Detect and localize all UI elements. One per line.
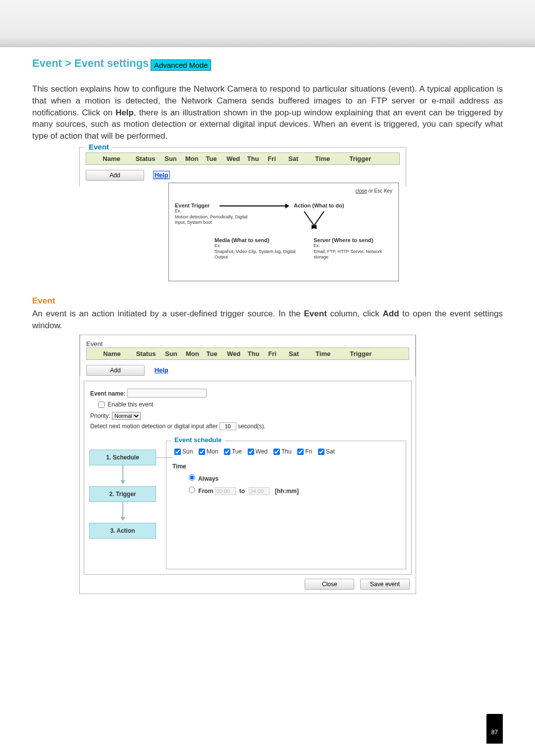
day-fri-checkbox[interactable] (297, 449, 304, 455)
detect-suffix: second(s). (238, 423, 266, 430)
event-schedule-legend: Event schedule (171, 436, 224, 444)
event-section-paragraph: An event is an action initiated by a use… (32, 308, 503, 332)
enable-event-label: Enable this event (107, 401, 153, 407)
day-tue-checkbox[interactable] (224, 449, 230, 455)
diagram-server-title: Server (Where to send) (314, 237, 398, 243)
help-link-1[interactable]: Help (153, 171, 170, 179)
event-name-label: Event name: (90, 390, 125, 397)
day-wed-checkbox[interactable] (248, 449, 254, 455)
help-link-2[interactable]: Help (154, 366, 169, 374)
event-form-area: Event name: Enable this event Priority: … (84, 381, 412, 436)
arrow-down-right-icon (312, 211, 324, 228)
save-event-button[interactable]: Save event (360, 579, 410, 590)
diagram-media-ex: Snapshot, Video Clip, System log, Digita… (214, 249, 299, 260)
priority-select[interactable]: Normal (112, 412, 141, 420)
time-to-input[interactable] (249, 487, 269, 495)
diagram-media-title: Media (What to send) (214, 237, 299, 243)
time-to-label: to (239, 488, 245, 495)
time-hhmm-label: [hh:mm] (275, 488, 299, 495)
event-panel-1: Event Name Status Sun Mon Tue Wed Thu Fr… (79, 147, 406, 187)
diagram-trigger-ex-label: Ex. (175, 208, 249, 213)
time-from-label: From (198, 488, 213, 495)
add-button-1[interactable]: Add (86, 170, 144, 181)
diagram-server-ex: Email, FTP, HTTP Server, Network storage (314, 249, 398, 260)
help-popup: close or Esc Key Event Trigger Ex. Motio… (168, 183, 399, 281)
time-from-input[interactable] (215, 487, 236, 495)
day-mon-checkbox[interactable] (199, 449, 205, 455)
steps-sidebar: 1. Schedule 2. Trigger 3. Action (84, 436, 161, 574)
intro-paragraph: This section explains how to configure t… (32, 83, 503, 142)
diagram-trigger-ex: Motion detection, Periodically, Digital … (175, 214, 249, 225)
arrow-down-icon (122, 502, 123, 518)
intro-help-word: Help (115, 108, 134, 117)
advanced-mode-badge: Advanced Mode (151, 59, 211, 71)
event-name-input[interactable] (127, 389, 207, 398)
step-schedule[interactable]: 1. Schedule (89, 450, 156, 465)
page-heading: Event > Event settings Advanced Mode (32, 57, 503, 71)
day-sun-checkbox[interactable] (174, 449, 181, 455)
detect-interval-input[interactable] (219, 422, 236, 430)
popup-close-link[interactable]: close (356, 188, 367, 194)
close-button[interactable]: Close (305, 579, 354, 590)
breadcrumb: Event > Event settings (32, 57, 149, 69)
arrow-down-icon (122, 465, 123, 481)
event-table-header-2: Name Status Sun Mon Tue Wed Thu Fri Sat … (86, 348, 409, 360)
detect-prefix: Detect next motion detection or digital … (90, 423, 217, 430)
event-settings-window: Event Name Status Sun Mon Tue Wed Thu Fr… (79, 335, 416, 594)
diagram-media-ex-label: Ex. (214, 243, 299, 248)
event-legend-2: Event (86, 340, 409, 348)
add-button-2[interactable]: Add (86, 365, 145, 376)
day-thu-checkbox[interactable] (273, 449, 280, 455)
schedule-days-row: Sun Mon Tue Wed Thu Fri Sat (172, 447, 337, 456)
diagram-action-title: Action (What to do) (294, 202, 344, 208)
step-trigger[interactable]: 2. Trigger (89, 486, 156, 502)
event-legend-1: Event (86, 143, 112, 151)
time-always-radio[interactable] (189, 474, 195, 481)
event-section-label: Event (32, 296, 503, 306)
arrow-right-icon (219, 205, 286, 206)
time-from-radio[interactable] (189, 487, 195, 493)
priority-label: Priority: (90, 412, 110, 419)
time-label: Time (172, 463, 400, 470)
time-always-label: Always (198, 475, 218, 482)
diagram-server-ex-label: Ex. (314, 243, 398, 248)
header-gradient (0, 0, 535, 47)
popup-close-suffix: or Esc Key (367, 188, 392, 194)
event-schedule-panel: Event schedule Sun Mon Tue Wed Thu Fri S… (166, 441, 406, 569)
enable-event-checkbox[interactable] (98, 402, 105, 408)
step-action[interactable]: 3. Action (89, 523, 156, 539)
event-diagram: Event Trigger Ex. Motion detection, Peri… (175, 198, 392, 272)
day-sat-checkbox[interactable] (318, 449, 324, 455)
event-table-header-1: Name Status Sun Mon Tue Wed Thu Fri Sat … (86, 152, 400, 165)
